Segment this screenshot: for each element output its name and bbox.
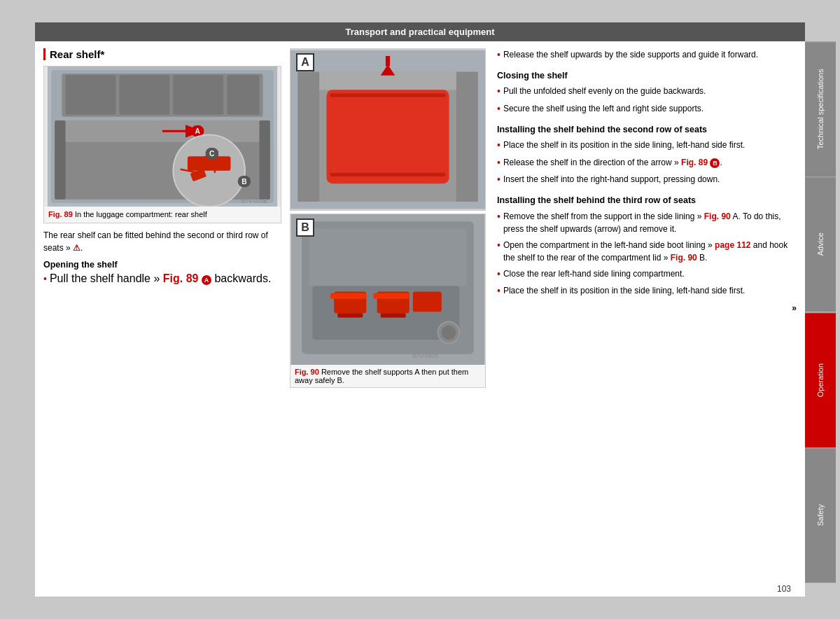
page112-ref: page 112 (715, 240, 750, 250)
svg-text:B7V-070B: B7V-070B (241, 198, 267, 204)
continuation-arrow: » (497, 302, 797, 314)
fig-a-diagram: A (290, 49, 485, 210)
fig90-label: Fig. 90 (295, 368, 319, 376)
page-number: 103 (35, 583, 805, 597)
top-bar-title: Transport and practical equipment (345, 27, 494, 37)
svg-rect-4 (119, 75, 169, 114)
bullet-dot-c1: • (497, 85, 500, 99)
bullet-dot-c2: • (497, 102, 500, 116)
svg-rect-31 (330, 173, 446, 176)
svg-text:C: C (209, 150, 215, 158)
fig-a-box: A (290, 48, 486, 211)
install-third-b2: • Open the compartment in the left-hand … (497, 239, 797, 264)
bullet1-text: Release the shelf upwards by the side su… (503, 48, 758, 62)
install-third-b3: • Close the rear left-hand side lining c… (497, 267, 797, 281)
opening-shelf-text: Pull the shelf handle » Fig. 89 A backwa… (50, 272, 271, 286)
svg-text:A: A (195, 127, 201, 135)
svg-rect-3 (66, 75, 116, 114)
svg-rect-39 (330, 293, 366, 299)
content-area: Rear shelf* (35, 41, 805, 583)
fig89-label: Fig. 89 (48, 210, 73, 218)
tab-safety[interactable]: Safety (805, 447, 836, 583)
install-t-b1-text: Remove the shelf from the support in the… (503, 210, 797, 235)
bullet-dot: • (43, 272, 47, 286)
top-bar: Transport and practical equipment (35, 22, 805, 41)
svg-rect-5 (173, 75, 223, 114)
install-s-b1-text: Place the shelf in its position in the s… (503, 139, 746, 153)
closing-heading: Closing the shelf (497, 69, 797, 83)
fig-b-box: B (290, 214, 486, 388)
tab-operation[interactable]: Operation (805, 312, 836, 447)
page-container: Transport and practical equipment Rear s… (35, 22, 805, 597)
bullet-dot-s1: • (497, 139, 500, 153)
install-s-b2-text: Release the shelf in the direction of th… (503, 156, 722, 170)
install-third-b1: • Remove the shelf from the support in t… (497, 210, 797, 235)
svg-rect-36 (309, 228, 466, 286)
body-text-intro: The rear shelf can be fitted behind the … (43, 229, 281, 254)
side-tabs: Technical specifications Advice Operatio… (805, 41, 836, 583)
svg-rect-30 (330, 94, 446, 97)
svg-rect-41 (374, 293, 410, 299)
fig90-caption-text: Remove the shelf supports A then put the… (295, 368, 468, 384)
fig-a-label: A (296, 53, 314, 71)
fig89-ref2: Fig. 89 (681, 158, 708, 167)
bullet-dot-t1: • (497, 210, 500, 235)
install-s-b3-text: Insert the shelf into the right-hand sup… (503, 173, 720, 187)
bullet-release-shelf: • Release the shelf upwards by the side … (497, 48, 797, 62)
left-column: Rear shelf* (43, 48, 281, 576)
install-t-b4-text: Place the shelf in its position in the s… (503, 284, 746, 298)
closing-b1-text: Pull the unfolded shelf evenly on the gu… (503, 85, 706, 99)
svg-rect-46 (381, 313, 406, 317)
svg-rect-26 (298, 72, 319, 202)
fig90-ref2: Fig. 90 (671, 253, 697, 263)
fig89-box: A B C (43, 66, 281, 223)
svg-point-44 (442, 326, 456, 340)
right-column: • Release the shelf upwards by the side … (494, 48, 797, 576)
bullet-dot-t2: • (497, 239, 500, 264)
closing-bullet1: • Pull the unfolded shelf evenly on the … (497, 85, 797, 99)
mid-column: A (290, 48, 486, 576)
bullet-dot-t3: • (497, 267, 500, 281)
install-second-b2: • Release the shelf in the direction of … (497, 156, 797, 170)
install-second-heading: Installing the shelf behind the second r… (497, 123, 797, 137)
install-t-b2-text: Open the compartment in the left-hand si… (503, 239, 797, 264)
bullet-dot-1: • (497, 48, 500, 62)
opening-shelf-heading: Opening the shelf (43, 260, 281, 270)
install-t-b3-text: Close the rear left-hand side lining com… (503, 267, 685, 281)
svg-rect-45 (337, 313, 363, 317)
fig89-caption-text: In the luggage compartment: rear shelf (73, 210, 207, 218)
svg-rect-27 (456, 72, 478, 202)
fig89-ref-red: Fig. 89 (163, 272, 199, 284)
fig89-diagram: A B C (44, 67, 281, 207)
fig90-caption: Fig. 90 Remove the shelf supports A then… (290, 365, 485, 387)
svg-rect-10 (259, 120, 270, 200)
svg-rect-33 (386, 56, 390, 66)
bullet-dot-t4: • (497, 284, 500, 298)
svg-rect-9 (55, 120, 65, 200)
circle-b-install: B (710, 158, 720, 168)
main-content: Rear shelf* (35, 41, 805, 583)
svg-text:B: B (241, 178, 246, 186)
svg-rect-42 (413, 292, 442, 312)
tab-advice[interactable]: Advice (805, 176, 836, 312)
install-second-b1: • Place the shelf in its position in the… (497, 139, 797, 153)
svg-text:B7V-0826: B7V-0826 (413, 353, 438, 359)
install-third-b4: • Place the shelf in its position in the… (497, 284, 797, 298)
svg-rect-6 (227, 75, 259, 114)
install-second-b3: • Insert the shelf into the right-hand s… (497, 173, 797, 187)
closing-b2-text: Secure the shelf using the left and righ… (503, 102, 704, 116)
fig-b-label: B (296, 218, 314, 237)
closing-bullet2: • Secure the shelf using the left and ri… (497, 102, 797, 116)
fig90-ref: Fig. 90 (704, 211, 731, 221)
fig89-caption: Fig. 89 In the luggage compartment: rear… (44, 207, 281, 223)
fig-b-diagram: B (290, 214, 485, 365)
section-title: Rear shelf* (43, 48, 281, 60)
circle-a: A (202, 275, 211, 285)
bullet-dot-s2: • (497, 156, 500, 170)
tab-technical-specs[interactable]: Technical specifications (805, 41, 836, 176)
svg-rect-29 (326, 90, 449, 183)
install-third-heading: Installing the shelf behind the third ro… (497, 194, 797, 207)
bullet-dot-s3: • (497, 173, 500, 187)
opening-shelf-bullet: • Pull the shelf handle » Fig. 89 A back… (43, 272, 281, 286)
